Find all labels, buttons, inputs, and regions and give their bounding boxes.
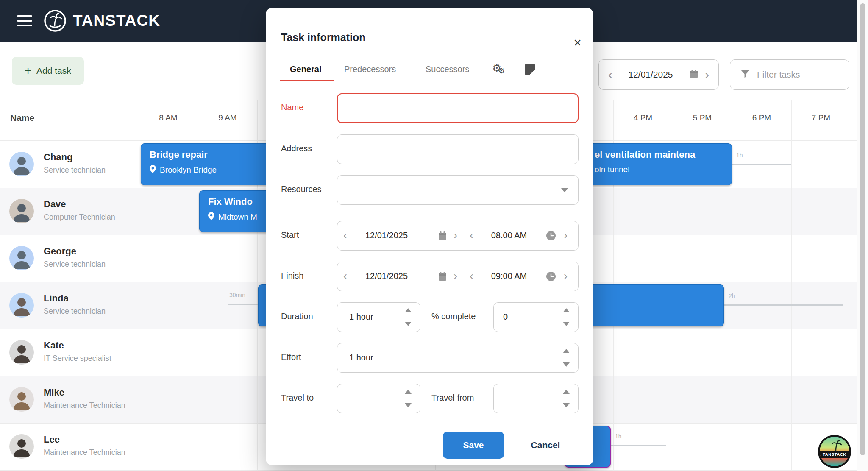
step-up-icon[interactable] [563, 308, 570, 312]
start-label: Start [281, 230, 299, 240]
effort-label: Effort [281, 352, 301, 362]
name-field[interactable] [337, 93, 579, 123]
tab-general[interactable]: General [290, 64, 321, 74]
travel-line [611, 445, 666, 446]
calendar-icon[interactable] [689, 69, 699, 81]
step-up-icon[interactable] [563, 390, 570, 394]
resource-name[interactable]: Mike [44, 387, 64, 398]
step-down-icon[interactable] [405, 322, 412, 326]
address-field[interactable] [337, 134, 579, 164]
hour-header-9am: 9 AM [211, 113, 245, 123]
travel-label: 2h [729, 293, 735, 299]
dialog-title: Task information [281, 31, 366, 44]
grid-line [851, 100, 851, 471]
start-time-next-icon[interactable]: › [564, 229, 568, 242]
date-navigator[interactable]: ‹ 12/01/2025 › [598, 59, 719, 90]
start-date-value: 12/01/2025 [359, 231, 415, 240]
start-time-prev-icon[interactable]: ‹ [470, 229, 473, 242]
tab-advanced-gears-icon[interactable]: ⚙⚙ [492, 62, 501, 74]
clock-icon[interactable] [546, 231, 556, 242]
percent-complete-label: % complete [431, 312, 476, 321]
resource-name[interactable]: Kate [44, 340, 64, 351]
name-input[interactable] [338, 94, 578, 122]
cancel-button[interactable]: Cancel [517, 432, 574, 459]
travel-line [732, 164, 791, 165]
address-input[interactable] [337, 135, 578, 164]
menu-icon[interactable] [17, 15, 32, 26]
resource-role: Maintenance Technician [44, 401, 125, 410]
task-location: Brooklyn Bridge [160, 165, 217, 175]
filter-tasks-field[interactable] [730, 59, 849, 90]
scrollbar-thumb[interactable] [860, 3, 865, 455]
scheduler-app: Name 8 AM 9 AM 4 PM 5 PM 6 PM 7 PM Chang… [0, 0, 868, 471]
finish-time-prev-icon[interactable]: ‹ [470, 269, 473, 283]
task-location: oln tunnel [595, 165, 629, 174]
vertical-scrollbar [857, 0, 868, 471]
step-up-icon[interactable] [405, 308, 412, 312]
plus-icon: + [25, 65, 31, 77]
close-icon[interactable]: × [573, 36, 581, 49]
start-date-prev-icon[interactable]: ‹ [343, 229, 347, 242]
resource-name[interactable]: George [44, 246, 76, 257]
resource-name[interactable]: Dave [44, 199, 66, 210]
task-bar-tunnel-ventilation[interactable]: el ventilation maintena oln tunnel [575, 143, 732, 185]
start-datetime-field[interactable]: ‹ 12/01/2025 › ‹ 08:00 AM › [337, 221, 579, 251]
active-tab-indicator [280, 80, 334, 81]
filter-tasks-input[interactable] [757, 70, 868, 80]
effort-field[interactable]: 1 hour [337, 343, 579, 373]
calendar-icon[interactable] [437, 231, 448, 242]
resource-name[interactable]: Linda [44, 293, 69, 304]
duration-field[interactable]: 1 hour [337, 302, 420, 332]
step-up-icon[interactable] [405, 390, 412, 394]
step-down-icon[interactable] [563, 322, 570, 326]
grid-line [732, 100, 732, 471]
effort-stepper[interactable] [563, 343, 571, 372]
travel-label: 1h [615, 433, 622, 440]
travel-from-stepper[interactable] [563, 384, 571, 413]
calendar-icon[interactable] [437, 271, 448, 283]
prev-date-icon[interactable]: ‹ [608, 68, 612, 81]
hour-header-6pm: 6 PM [745, 113, 779, 123]
tanstack-logo-icon [43, 9, 67, 33]
finish-date-prev-icon[interactable]: ‹ [343, 269, 347, 283]
step-up-icon[interactable] [563, 349, 570, 353]
hour-header-5pm: 5 PM [685, 113, 719, 123]
travel-from-field[interactable] [493, 384, 579, 413]
name-column-header: Name [10, 113, 34, 123]
tab-predecessors[interactable]: Predecessors [344, 64, 396, 74]
finish-datetime-field[interactable]: ‹ 12/01/2025 › ‹ 09:00 AM › [337, 262, 579, 291]
tab-successors[interactable]: Successors [426, 64, 469, 74]
percent-complete-value: 0 [503, 312, 508, 322]
resource-role: Service technician [44, 307, 106, 316]
resource-role: Maintenance Technician [44, 448, 125, 457]
duration-stepper[interactable] [405, 303, 413, 332]
duration-label: Duration [281, 312, 313, 321]
travel-to-stepper[interactable] [405, 384, 413, 413]
resources-label: Resources [281, 184, 322, 194]
avatar [9, 387, 34, 412]
travel-label: 1h [736, 152, 743, 159]
finish-label: Finish [281, 271, 303, 281]
task-title: el ventilation maintena [595, 149, 732, 160]
finish-time-next-icon[interactable]: › [564, 269, 568, 283]
resource-name[interactable]: Chang [44, 152, 72, 163]
step-down-icon[interactable] [563, 403, 570, 407]
resources-select[interactable] [337, 175, 579, 205]
next-date-icon[interactable]: › [705, 68, 709, 81]
travel-to-field[interactable] [337, 384, 420, 413]
clock-icon[interactable] [546, 271, 556, 283]
step-down-icon[interactable] [405, 403, 412, 407]
add-task-button[interactable]: + Add task [12, 57, 84, 85]
hour-header-7pm: 7 PM [804, 113, 838, 123]
save-button[interactable]: Save [443, 432, 504, 459]
finish-date-next-icon[interactable]: › [453, 269, 457, 283]
step-down-icon[interactable] [563, 362, 570, 367]
panel-splitter[interactable] [139, 100, 139, 471]
percent-complete-field[interactable]: 0 [493, 302, 579, 332]
resource-name[interactable]: Lee [44, 434, 60, 445]
chevron-down-icon[interactable] [561, 188, 568, 192]
task-information-dialog: Task information × General Predecessors … [266, 8, 593, 465]
percent-stepper[interactable] [563, 303, 571, 332]
tab-notes-icon[interactable] [525, 64, 535, 75]
start-date-next-icon[interactable]: › [453, 229, 457, 242]
